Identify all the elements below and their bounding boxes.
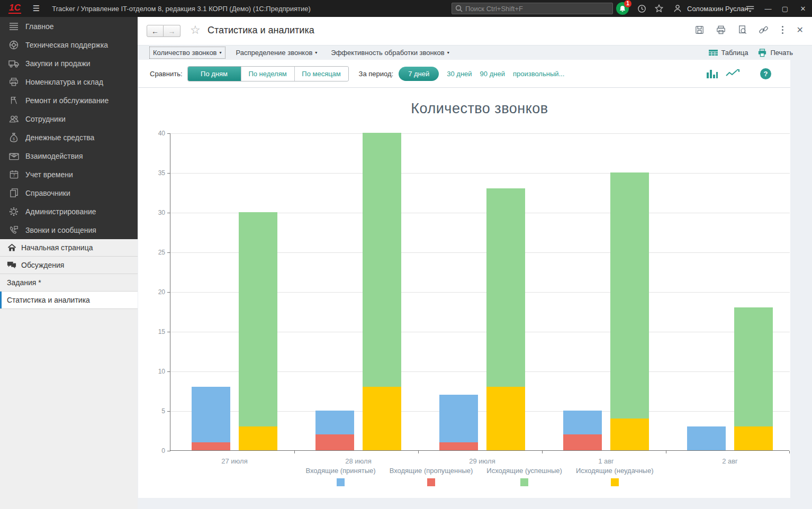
sidebar-sections: ГлавноеТехническая поддержкаЗакупки и пр… bbox=[0, 17, 138, 239]
y-axis-tick bbox=[167, 411, 170, 412]
sidebar-section-label: Техническая поддержка bbox=[25, 41, 108, 49]
sidebar-section-label: Ремонт и обслуживание bbox=[25, 96, 109, 105]
print-icon[interactable] bbox=[716, 25, 726, 35]
legend-item: Входящие (принятые) bbox=[305, 467, 375, 486]
notification-badge: 1 bbox=[624, 0, 631, 7]
sidebar-section-item[interactable]: Ремонт и обслуживание bbox=[0, 91, 138, 110]
y-axis-label: 15 bbox=[143, 328, 165, 335]
sidebar-section-item[interactable]: 7Учет времени bbox=[0, 165, 138, 184]
y-axis-label: 40 bbox=[143, 130, 165, 137]
window-minimize-button[interactable]: — bbox=[760, 0, 776, 17]
compare-option-button[interactable]: По дням bbox=[188, 67, 241, 81]
y-axis-label: 20 bbox=[143, 288, 165, 296]
sidebar-section-item[interactable]: Техническая поддержка bbox=[0, 35, 138, 54]
sidebar-tab-label: Начальная страница bbox=[21, 243, 93, 252]
service-menu-icon[interactable] bbox=[744, 2, 756, 15]
x-axis-label: 2 авг bbox=[688, 457, 772, 465]
sidebar: ГлавноеТехническая поддержкаЗакупки и пр… bbox=[0, 17, 138, 509]
gridline bbox=[170, 133, 790, 134]
sidebar-tab-item[interactable]: Начальная страница bbox=[0, 239, 138, 257]
more-actions-icon[interactable] bbox=[780, 26, 786, 34]
history-icon[interactable] bbox=[635, 2, 648, 15]
printer-icon bbox=[757, 49, 767, 57]
sidebar-section-label: Номенклатура и склад bbox=[25, 78, 103, 86]
menu-lines-icon bbox=[8, 21, 19, 32]
report-tab-label: Эффективность обработки звонков bbox=[331, 49, 444, 57]
sidebar-tab-item[interactable]: Обсуждения bbox=[0, 257, 138, 274]
save-icon[interactable] bbox=[694, 25, 705, 35]
print-preview-icon[interactable] bbox=[737, 25, 747, 35]
table-icon bbox=[709, 49, 718, 57]
sidebar-section-item[interactable]: Номенклатура и склад bbox=[0, 72, 138, 91]
back-button[interactable]: ← bbox=[147, 25, 164, 37]
app-window: 1С ☰ Tracker / Управление IT-отделом 8, … bbox=[0, 0, 812, 509]
sidebar-section-item[interactable]: Справочники bbox=[0, 184, 138, 202]
sidebar-section-item[interactable]: Звонки и сообщения bbox=[0, 221, 138, 239]
period-option-link[interactable]: произвольный... bbox=[513, 70, 564, 78]
bar-segment bbox=[363, 133, 401, 387]
notifications-bell-icon[interactable]: 1 bbox=[616, 2, 629, 15]
bar-segment bbox=[363, 387, 401, 450]
sidebar-section-item[interactable]: Главное bbox=[0, 17, 138, 35]
link-icon[interactable] bbox=[759, 25, 769, 35]
chart-legend: Входящие (принятые)Входящие (пропущенные… bbox=[170, 467, 789, 486]
current-user-name[interactable]: Соломахин Руслан bbox=[687, 0, 748, 17]
line-chart-mode-icon[interactable] bbox=[726, 69, 739, 78]
sidebar-section-item[interactable]: Сотрудники bbox=[0, 110, 138, 128]
favorite-star-icon[interactable]: ☆ bbox=[190, 23, 201, 37]
printer-box-icon bbox=[8, 77, 19, 87]
x-axis-tick bbox=[418, 451, 419, 453]
filter-bar: Сравнить: По днямПо неделямПо месяцам За… bbox=[138, 60, 790, 88]
phone-chat-icon bbox=[8, 225, 19, 235]
sidebar-tab-item[interactable]: Задания * bbox=[0, 274, 138, 292]
bar-segment bbox=[192, 387, 230, 442]
search-icon bbox=[455, 5, 463, 12]
chevron-down-icon: ▾ bbox=[315, 50, 317, 55]
window-maximize-button[interactable]: ▢ bbox=[777, 0, 793, 17]
compare-option-button[interactable]: По неделям bbox=[241, 67, 295, 81]
bar-segment bbox=[439, 442, 478, 450]
x-axis-tick bbox=[666, 451, 666, 453]
period-option-link[interactable]: 30 дней bbox=[447, 70, 472, 78]
bar-segment bbox=[239, 426, 277, 450]
window-title: Tracker / Управление IT-отделом 8, редак… bbox=[52, 5, 311, 13]
chevron-down-icon: ▾ bbox=[447, 50, 449, 55]
sidebar-tab-item[interactable]: Статистика и аналитика bbox=[0, 292, 138, 309]
bar-segment bbox=[563, 411, 602, 434]
report-tab[interactable]: Количество звонков▾ bbox=[149, 47, 225, 59]
bar-segment bbox=[239, 212, 277, 426]
compare-option-button[interactable]: По месяцам bbox=[295, 67, 348, 81]
sidebar-tab-label: Задания * bbox=[7, 278, 41, 287]
window-titlebar: 1С ☰ Tracker / Управление IT-отделом 8, … bbox=[0, 0, 812, 17]
legend-label: Входящие (пропущенные) bbox=[390, 467, 473, 475]
chat-icon bbox=[7, 260, 16, 270]
period-option-selected[interactable]: 7 дней bbox=[399, 67, 439, 81]
bar-chart-mode-icon[interactable] bbox=[706, 69, 718, 78]
period-option-link[interactable]: 90 дней bbox=[480, 70, 505, 78]
y-axis-tick bbox=[167, 252, 170, 253]
sidebar-section-item[interactable]: $Денежные средства bbox=[0, 128, 138, 147]
sidebar-section-label: Учет времени bbox=[25, 170, 73, 179]
help-icon[interactable]: ? bbox=[760, 68, 771, 79]
bar-segment bbox=[315, 411, 354, 434]
svg-text:7: 7 bbox=[13, 173, 15, 178]
report-tab[interactable]: Эффективность обработки звонков▾ bbox=[328, 47, 452, 58]
forward-button[interactable]: → bbox=[164, 25, 181, 37]
report-tabs-row: Количество звонков▾Распределение звонков… bbox=[138, 45, 812, 60]
sidebar-section-item[interactable]: Администрирование bbox=[0, 202, 138, 221]
report-tab[interactable]: Распределение звонков▾ bbox=[233, 47, 321, 58]
window-close-button[interactable]: ✕ bbox=[795, 0, 811, 17]
print-view-button[interactable]: Печать bbox=[757, 49, 793, 57]
sidebar-section-item[interactable]: Закупки и продажи bbox=[0, 54, 138, 72]
page-title: Статистика и аналитика bbox=[207, 25, 314, 36]
report-tab-label: Распределение звонков bbox=[236, 49, 313, 57]
close-form-icon[interactable]: ✕ bbox=[797, 26, 804, 34]
search-input[interactable] bbox=[465, 5, 609, 13]
table-view-button[interactable]: Таблица bbox=[709, 49, 748, 57]
sidebar-section-label: Денежные средства bbox=[25, 133, 94, 142]
main-menu-icon[interactable]: ☰ bbox=[33, 4, 40, 13]
user-account-icon[interactable] bbox=[671, 2, 684, 15]
global-search[interactable] bbox=[452, 3, 613, 14]
sidebar-section-item[interactable]: Взаимодействия bbox=[0, 147, 138, 165]
favorites-star-icon[interactable] bbox=[653, 2, 665, 15]
